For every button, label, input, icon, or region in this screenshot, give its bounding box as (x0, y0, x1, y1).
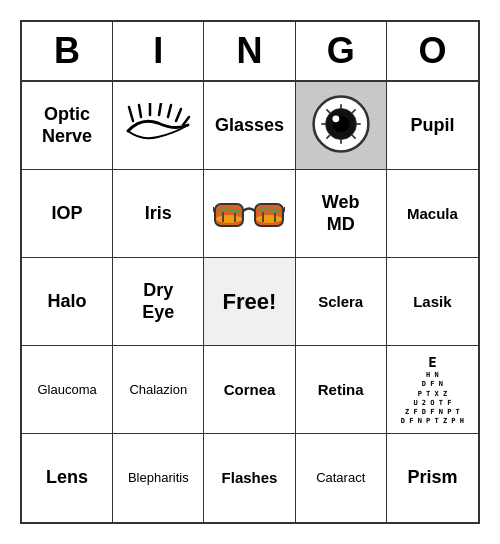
cell-text-r0c2: Glasses (215, 115, 284, 137)
cell-r0c1 (113, 82, 204, 170)
cell-text-r2c0: Halo (48, 291, 87, 313)
cell-r0c3 (296, 82, 387, 170)
svg-line-5 (176, 109, 181, 121)
cell-text-r4c2: Flashes (222, 469, 278, 487)
cell-text-r1c3: WebMD (322, 192, 360, 235)
eye-chart-icon: EH ND F NP T X ZU 2 O T FZ F D F N P TD … (401, 353, 464, 426)
cell-r2c1: DryEye (113, 258, 204, 346)
bingo-grid: OpticNerve Glasses (22, 82, 478, 522)
cell-r2c3: Sclera (296, 258, 387, 346)
header-g: G (296, 22, 387, 80)
cell-r3c4: EH ND F NP T X ZU 2 O T FZ F D F N P TD … (387, 346, 478, 434)
header-o: O (387, 22, 478, 80)
cell-r3c1: Chalazion (113, 346, 204, 434)
cell-text-r4c3: Cataract (316, 470, 365, 486)
cell-r3c0: Glaucoma (22, 346, 113, 434)
cell-r1c4: Macula (387, 170, 478, 258)
sunglasses-icon (213, 186, 285, 242)
svg-line-4 (168, 105, 171, 117)
cell-text-r1c0: IOP (52, 203, 83, 225)
cell-r1c2 (204, 170, 295, 258)
eyelash-icon (123, 103, 193, 148)
cell-r4c4: Prism (387, 434, 478, 522)
cell-text-r3c2: Cornea (224, 381, 276, 399)
cell-text-r4c0: Lens (46, 467, 88, 489)
cell-r2c2: Free! (204, 258, 295, 346)
cell-r4c2: Flashes (204, 434, 295, 522)
cell-text-r2c1: DryEye (142, 280, 174, 323)
cell-text-r3c0: Glaucoma (37, 382, 96, 398)
cell-text-r4c1: Blepharitis (128, 470, 189, 486)
cell-r1c1: Iris (113, 170, 204, 258)
cell-r0c0: OpticNerve (22, 82, 113, 170)
cell-text-r1c4: Macula (407, 205, 458, 223)
cell-r0c4: Pupil (387, 82, 478, 170)
cell-r1c3: WebMD (296, 170, 387, 258)
header-n: N (204, 22, 295, 80)
cell-r4c0: Lens (22, 434, 113, 522)
cell-r1c0: IOP (22, 170, 113, 258)
header-i: I (113, 22, 204, 80)
bingo-card: B I N G O OpticNerve Glasses (20, 20, 480, 524)
svg-point-28 (256, 215, 282, 223)
cell-r4c3: Cataract (296, 434, 387, 522)
cell-text-r0c4: Pupil (410, 115, 454, 137)
svg-line-0 (129, 107, 133, 121)
cell-r3c3: Retina (296, 346, 387, 434)
free-cell-text: Free! (223, 289, 277, 315)
cell-r2c0: Halo (22, 258, 113, 346)
svg-point-10 (332, 115, 339, 122)
cell-r0c2: Glasses (204, 82, 295, 170)
cell-text-r0c0: OpticNerve (42, 104, 92, 147)
cell-text-r2c3: Sclera (318, 293, 363, 311)
bingo-header: B I N G O (22, 22, 478, 82)
svg-line-1 (139, 105, 141, 117)
cell-text-r1c1: Iris (145, 203, 172, 225)
svg-point-24 (216, 215, 242, 223)
cell-r2c4: Lasik (387, 258, 478, 346)
cell-r3c2: Cornea (204, 346, 295, 434)
cell-text-r3c1: Chalazion (129, 382, 187, 398)
cell-r4c1: Blepharitis (113, 434, 204, 522)
cell-text-r4c4: Prism (407, 467, 457, 489)
eye-icon (311, 94, 371, 158)
header-b: B (22, 22, 113, 80)
svg-line-3 (159, 103, 161, 115)
cell-text-r2c4: Lasik (413, 293, 451, 311)
cell-text-r3c3: Retina (318, 381, 364, 399)
